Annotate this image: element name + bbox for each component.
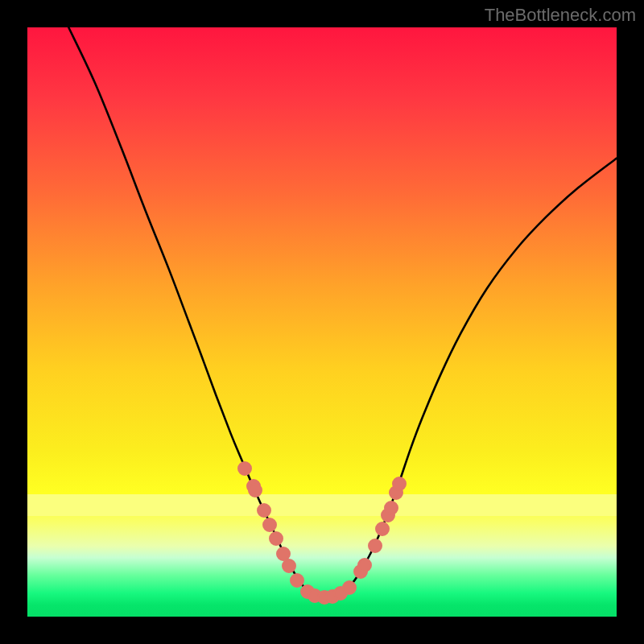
curve-svg — [27, 27, 617, 617]
plot-area — [27, 27, 617, 617]
data-marker — [237, 461, 252, 476]
data-marker — [375, 522, 390, 536]
data-marker — [357, 558, 372, 572]
data-marker — [282, 559, 296, 573]
data-marker — [368, 539, 382, 553]
chart-container: TheBottleneck.com — [0, 0, 644, 644]
watermark-text: TheBottleneck.com — [485, 5, 636, 26]
bottleneck-curve — [68, 27, 617, 597]
data-marker — [257, 503, 271, 518]
data-marker — [248, 483, 262, 497]
data-marker — [384, 501, 398, 515]
data-marker — [392, 477, 407, 491]
data-marker — [269, 531, 283, 546]
data-marker — [262, 518, 277, 532]
data-marker — [342, 580, 357, 595]
data-marker — [290, 573, 304, 588]
